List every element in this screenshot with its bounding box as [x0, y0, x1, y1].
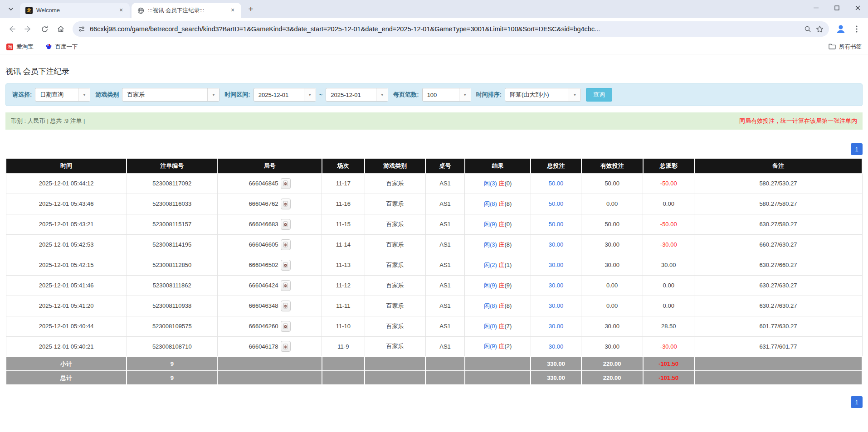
cell-remark: 630.27/580.27 — [694, 214, 862, 234]
globe-favicon-icon — [137, 7, 144, 14]
video-replay-icon[interactable] — [281, 341, 291, 352]
cell-round: 666046845 — [217, 173, 322, 194]
taobao-icon: 淘 — [6, 44, 13, 50]
chevron-down-icon: ▼ — [376, 88, 388, 101]
table-row: 2025-12-01 05:42:15523008112850666046502… — [6, 255, 862, 275]
browser-menu-icon[interactable] — [850, 22, 863, 36]
bookmark-baidu[interactable]: 百度一下 — [45, 43, 78, 51]
page-1-button[interactable]: 1 — [851, 396, 863, 408]
cell-result: 闲(0) 庄(7) — [465, 316, 531, 336]
cell-valid-bet: 30.00 — [581, 234, 643, 255]
cell-payout: 0.00 — [643, 275, 694, 296]
table-row: 2025-12-01 05:40:21523008108710666046178… — [6, 336, 862, 357]
cell-bet-id: 523008109575 — [127, 316, 217, 336]
cell-round: 666046502 — [217, 255, 322, 275]
cell-remark: 660.27/630.27 — [694, 234, 862, 255]
cell-payout: 28.50 — [643, 316, 694, 336]
bookmark-star-icon[interactable] — [816, 25, 824, 33]
table-row: 2025-12-01 05:40:44523008109575666046260… — [6, 316, 862, 336]
search-button[interactable]: 查询 — [586, 88, 612, 102]
video-replay-icon[interactable] — [281, 280, 291, 291]
cell-remark: 630.27/630.27 — [694, 296, 862, 316]
url-bar[interactable]: 66cxkj98.com/game/betrecord_search/kind3… — [73, 21, 829, 37]
cell-remark: 580.27/580.27 — [694, 194, 862, 214]
tab-close-icon[interactable]: × — [117, 6, 125, 15]
maximize-button[interactable] — [826, 0, 847, 15]
footer-empty — [425, 357, 465, 371]
folder-icon — [829, 43, 836, 51]
video-replay-icon[interactable] — [281, 178, 291, 189]
pagination-top: 1 — [5, 143, 863, 155]
cell-time: 2025-12-01 05:40:21 — [6, 336, 127, 357]
cell-time: 2025-12-01 05:43:46 — [6, 194, 127, 214]
date-mode-value: 日期查询 — [35, 88, 78, 101]
bookmark-taobao[interactable]: 淘 爱淘宝 — [6, 43, 34, 51]
cell-session: 11-15 — [322, 214, 365, 234]
page-size-select[interactable]: 100 ▼ — [422, 88, 471, 102]
video-replay-icon[interactable] — [281, 219, 291, 230]
cell-table-no: AS1 — [425, 275, 465, 296]
table-row: 2025-12-01 05:44:12523008117092666046845… — [6, 173, 862, 194]
cell-game: 百家乐 — [365, 255, 425, 275]
video-replay-icon[interactable] — [281, 260, 291, 271]
cell-round: 666046260 — [217, 316, 322, 336]
footer-empty — [365, 357, 425, 371]
tab-close-icon[interactable]: × — [229, 6, 237, 15]
video-replay-icon[interactable] — [281, 301, 291, 311]
home-icon[interactable] — [54, 22, 68, 36]
forward-icon[interactable] — [21, 22, 35, 36]
url-text[interactable]: 66cxkj98.com/game/betrecord_search/kind3… — [90, 25, 800, 33]
footer-payout: -101.50 — [643, 371, 694, 385]
cell-session: 11-16 — [322, 194, 365, 214]
all-bookmarks-button[interactable]: 所有书签 — [829, 43, 862, 51]
cell-total-bet: 30.00 — [531, 234, 581, 255]
date-range-label: 时间区间: — [224, 91, 250, 99]
footer-count: 9 — [127, 357, 217, 371]
reload-icon[interactable] — [37, 22, 52, 36]
video-replay-icon[interactable] — [281, 321, 291, 332]
date-start-input[interactable]: 2025-12-01 ▼ — [254, 88, 316, 102]
profile-avatar-icon[interactable] — [834, 22, 848, 36]
cell-time: 2025-12-01 05:42:53 — [6, 234, 127, 255]
page-1-button[interactable]: 1 — [851, 143, 863, 155]
cell-table-no: AS1 — [425, 336, 465, 357]
page-title: 视讯 会员下注纪录 — [5, 66, 863, 77]
tab-search-chevron-icon[interactable] — [5, 3, 17, 15]
site-settings-icon[interactable] — [78, 25, 85, 33]
tab-bet-records[interactable]: :::视讯 会员下注纪录::: × — [132, 3, 241, 18]
filter-bar: 请选择: 日期查询 ▼ 游戏类别 百家乐 ▼ 时间区间: 2025-12-01 … — [5, 83, 863, 106]
cell-result: 闲(2) 庄(1) — [465, 255, 531, 275]
column-header: 游戏类别 — [365, 159, 425, 173]
video-replay-icon[interactable] — [281, 199, 291, 209]
cell-remark: 630.27/660.27 — [694, 255, 862, 275]
bet-records-table: 时间注单编号局号场次游戏类别桌号结果总投注有效投注总派彩备注 2025-12-0… — [5, 159, 863, 385]
chevron-down-icon: ▼ — [207, 88, 219, 101]
minimize-button[interactable] — [805, 0, 826, 15]
sort-select[interactable]: 降冪(由大到小) ▼ — [505, 88, 581, 102]
back-icon[interactable] — [5, 22, 19, 36]
close-button[interactable] — [847, 0, 868, 15]
bookmark-label: 爱淘宝 — [16, 43, 34, 51]
new-tab-button[interactable]: + — [245, 3, 257, 15]
cell-time: 2025-12-01 05:42:15 — [6, 255, 127, 275]
video-replay-icon[interactable] — [281, 239, 291, 250]
date-start-value: 2025-12-01 — [254, 88, 304, 101]
cell-time: 2025-12-01 05:40:44 — [6, 316, 127, 336]
page-size-label: 每页笔数: — [393, 91, 419, 99]
cell-round: 666046178 — [217, 336, 322, 357]
zoom-icon[interactable] — [804, 25, 811, 33]
table-row: 2025-12-01 05:41:46523008111862666046424… — [6, 275, 862, 296]
cell-result: 闲(3) 庄(0) — [465, 173, 531, 194]
cell-bet-id: 523008108710 — [127, 336, 217, 357]
footer-empty — [365, 371, 425, 385]
cell-bet-id: 523008115157 — [127, 214, 217, 234]
game-category-select[interactable]: 百家乐 ▼ — [122, 88, 219, 102]
cell-payout: -50.00 — [643, 173, 694, 194]
tab-welcome[interactable]: 龙 Welcome × — [20, 3, 130, 18]
cell-valid-bet: 0.00 — [581, 275, 643, 296]
column-header: 注单编号 — [127, 159, 217, 173]
footer-empty — [465, 357, 531, 371]
date-mode-select[interactable]: 日期查询 ▼ — [35, 88, 90, 102]
cell-valid-bet: 30.00 — [581, 336, 643, 357]
date-end-input[interactable]: 2025-12-01 ▼ — [326, 88, 388, 102]
